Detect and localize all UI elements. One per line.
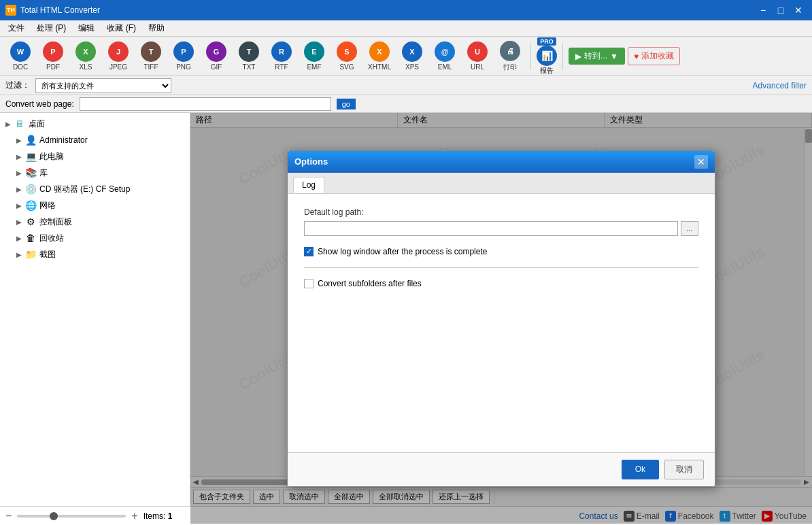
pdf-label: PDF (46, 63, 60, 71)
maximize-button[interactable]: □ (773, 3, 789, 17)
filter-select[interactable]: 所有支持的文件 (35, 78, 171, 93)
webpage-label: Convert web page: (5, 99, 74, 109)
tool-eml[interactable]: @ EML (430, 39, 460, 73)
tiff-icon: T (141, 41, 161, 62)
sidebar-item-screenshot[interactable]: ▶ 📁 截图 (0, 246, 190, 262)
menu-help[interactable]: 帮助 (143, 21, 170, 35)
tool-png[interactable]: P PNG (169, 39, 199, 73)
log-path-input[interactable] (304, 221, 678, 236)
png-label: PNG (176, 63, 191, 71)
advanced-filter-link[interactable]: Advanced filter (753, 81, 807, 90)
items-label: Items: 1 (143, 511, 173, 521)
show-log-checkbox[interactable]: ✓ (304, 247, 314, 256)
tool-svg[interactable]: S SVG (332, 39, 362, 73)
sidebar-item-label-library: 库 (39, 167, 48, 179)
xls-icon: X (75, 41, 96, 62)
zoom-thumb[interactable] (50, 512, 58, 520)
pdf-icon: P (43, 41, 63, 62)
print-icon: 🖨 (500, 41, 520, 61)
trash-icon: 🗑 (24, 232, 37, 244)
dialog-close-button[interactable]: ✕ (694, 155, 708, 169)
expand-icon: ▶ (5, 120, 11, 128)
url-icon: U (467, 41, 488, 62)
add-favorite-button[interactable]: ♥ 添加收藏 (628, 47, 680, 65)
report-button[interactable]: 📊 报告 (537, 46, 557, 75)
network-icon: 🌐 (24, 199, 37, 211)
footer-left: − + Items: 1 (5, 510, 172, 522)
zoom-in-button[interactable]: + (131, 510, 137, 522)
webpage-input[interactable] (80, 97, 331, 111)
add-fav-label: 添加收藏 (641, 50, 674, 62)
tool-gif[interactable]: G GIF (201, 39, 231, 73)
tool-xps[interactable]: X XPS (397, 39, 427, 73)
zoom-track[interactable] (17, 515, 126, 518)
txt-label: TXT (243, 63, 256, 71)
menu-edit[interactable]: 编辑 (73, 21, 100, 35)
sidebar-item-cd[interactable]: ▶ 💿 CD 驱动器 (E:) CF Setup (0, 181, 190, 197)
dialog-tabs: Log (288, 173, 715, 194)
tiff-label: TIFF (143, 63, 158, 71)
tool-tiff[interactable]: T TIFF (136, 39, 166, 73)
ok-button[interactable]: Ok (622, 460, 659, 479)
sidebar-item-label-control: 控制面板 (39, 216, 72, 228)
sidebar-item-administrator[interactable]: ▶ 👤 Administrator (0, 132, 190, 148)
sidebar-item-library[interactable]: ▶ 📚 库 (0, 165, 190, 181)
tool-rtf[interactable]: R RTF (267, 39, 297, 73)
tab-log[interactable]: Log (293, 177, 324, 193)
heart-icon: ♥ (634, 52, 639, 61)
sidebar-item-computer[interactable]: ▶ 💻 此电脑 (0, 148, 190, 165)
sidebar-item-label-desktop: 桌面 (29, 118, 45, 130)
title-bar: TH Total HTML Converter − □ ✕ (0, 0, 812, 20)
eml-icon: @ (435, 41, 455, 62)
divider (304, 267, 698, 268)
tool-emf[interactable]: E EMF (299, 39, 329, 73)
items-count: 1 (168, 511, 173, 521)
app-icon: TH (5, 5, 16, 16)
menu-favorites[interactable]: 收藏 (F) (101, 21, 141, 35)
gif-label: GIF (211, 63, 222, 71)
rtf-icon: R (271, 41, 292, 62)
browse-button[interactable]: ... (681, 221, 698, 236)
tool-doc[interactable]: W DOC (5, 39, 35, 73)
zoom-out-button[interactable]: − (5, 510, 12, 522)
emf-icon: E (304, 41, 324, 62)
close-button[interactable]: ✕ (790, 3, 807, 17)
sidebar-item-trash[interactable]: ▶ 🗑 回收站 (0, 230, 190, 246)
menu-file[interactable]: 文件 (3, 21, 30, 35)
tool-print[interactable]: 🖨 打印 (495, 39, 525, 73)
log-path-row: ... (304, 221, 698, 236)
sidebar-item-label-trash: 回收站 (39, 233, 64, 244)
control-panel-icon: ⚙ (24, 216, 37, 228)
convert-button[interactable]: ▶ 转到... ▼ (569, 48, 625, 65)
xhtml-icon: X (369, 41, 390, 62)
tool-jpeg[interactable]: J JPEG (103, 39, 133, 73)
log-path-label: Default log path: (304, 207, 698, 217)
cancel-button[interactable]: 取消 (664, 460, 704, 479)
sidebar-item-network[interactable]: ▶ 🌐 网络 (0, 197, 190, 214)
tool-url[interactable]: U URL (462, 39, 492, 73)
tool-pdf[interactable]: P PDF (38, 39, 68, 73)
doc-label: DOC (13, 63, 28, 71)
tool-xls[interactable]: X XLS (71, 39, 101, 73)
toolbar-separator-1 (530, 43, 531, 70)
main-area: ▶ 🖥 桌面 ▶ 👤 Administrator ▶ 💻 此电脑 ▶ 📚 库 ▶… (0, 113, 812, 524)
jpeg-label: JPEG (109, 63, 127, 71)
convert-label: 转到... (584, 50, 607, 62)
convert-subfolders-checkbox[interactable] (304, 279, 314, 288)
menu-process[interactable]: 处理 (P) (31, 21, 71, 35)
minimize-button[interactable]: − (755, 3, 771, 17)
tool-xhtml[interactable]: X XHTML (365, 39, 394, 73)
cd-icon: 💿 (24, 183, 37, 195)
svg-label: SVG (339, 63, 354, 71)
convert-subfolders-row[interactable]: Convert subfolders after files (304, 279, 698, 288)
dialog-body: Default log path: ... ✓ Show log window … (288, 194, 715, 452)
sidebar-item-control[interactable]: ▶ ⚙ 控制面板 (0, 214, 190, 230)
items-text: Items: (143, 511, 166, 521)
report-label: 报告 (540, 66, 554, 75)
sidebar-item-desktop[interactable]: ▶ 🖥 桌面 (0, 116, 190, 132)
toolbar-separator-2 (562, 43, 563, 70)
tool-txt[interactable]: T TXT (234, 39, 264, 73)
go-button[interactable]: go (337, 99, 356, 109)
show-log-row[interactable]: ✓ Show log window after the process is c… (304, 247, 698, 256)
content-area: CoolUtils CoolUtils CoolUtils CoolUtils … (190, 113, 812, 524)
